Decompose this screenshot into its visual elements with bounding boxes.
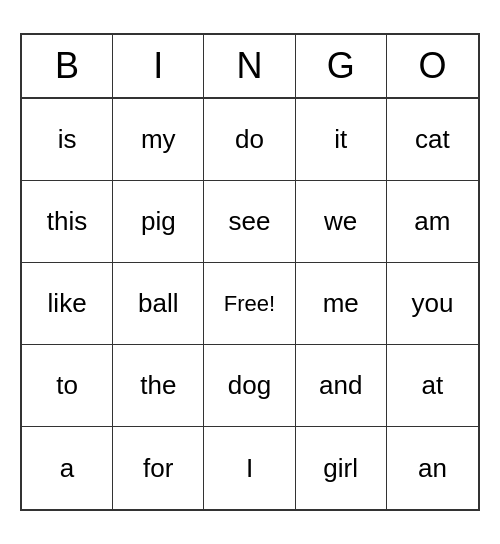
bingo-cell-6: pig: [113, 181, 204, 263]
header-cell-i: I: [113, 35, 204, 97]
bingo-cell-11: ball: [113, 263, 204, 345]
bingo-cell-3: it: [296, 99, 387, 181]
bingo-cell-9: am: [387, 181, 478, 263]
bingo-cell-15: to: [22, 345, 113, 427]
bingo-cell-13: me: [296, 263, 387, 345]
bingo-cell-1: my: [113, 99, 204, 181]
bingo-cell-24: an: [387, 427, 478, 509]
bingo-cell-19: at: [387, 345, 478, 427]
bingo-cell-10: like: [22, 263, 113, 345]
bingo-card: BINGO ismydoitcatthispigseeweamlikeballF…: [20, 33, 480, 511]
header-cell-n: N: [204, 35, 295, 97]
header-cell-g: G: [296, 35, 387, 97]
header-cell-b: B: [22, 35, 113, 97]
bingo-cell-8: we: [296, 181, 387, 263]
header-cell-o: O: [387, 35, 478, 97]
bingo-cell-4: cat: [387, 99, 478, 181]
bingo-cell-20: a: [22, 427, 113, 509]
bingo-cell-18: and: [296, 345, 387, 427]
bingo-cell-2: do: [204, 99, 295, 181]
bingo-cell-14: you: [387, 263, 478, 345]
bingo-header: BINGO: [22, 35, 478, 99]
bingo-cell-23: girl: [296, 427, 387, 509]
bingo-cell-5: this: [22, 181, 113, 263]
bingo-cell-16: the: [113, 345, 204, 427]
bingo-cell-12: Free!: [204, 263, 295, 345]
bingo-cell-17: dog: [204, 345, 295, 427]
bingo-cell-0: is: [22, 99, 113, 181]
bingo-cell-21: for: [113, 427, 204, 509]
bingo-grid: ismydoitcatthispigseeweamlikeballFree!me…: [22, 99, 478, 509]
bingo-cell-22: I: [204, 427, 295, 509]
bingo-cell-7: see: [204, 181, 295, 263]
